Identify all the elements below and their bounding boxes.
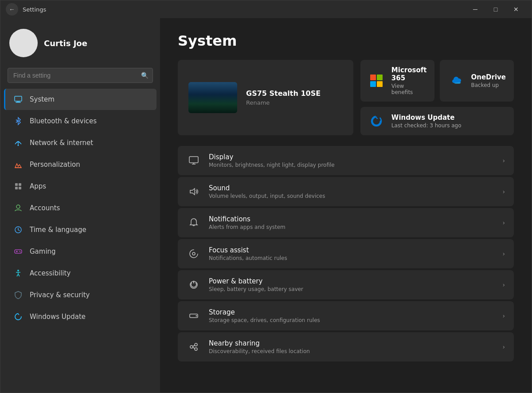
windows-update-text: Windows Update Last checked: 3 hours ago: [391, 114, 462, 129]
minimize-button[interactable]: ─: [465, 2, 485, 16]
search-box: 🔍: [8, 68, 153, 83]
back-button[interactable]: ←: [6, 3, 18, 16]
svg-rect-2: [16, 102, 21, 103]
sidebar-item-gaming[interactable]: Gaming: [4, 241, 156, 262]
sidebar-item-accounts[interactable]: Accounts: [4, 197, 156, 219]
sidebar-item-system-label: System: [30, 95, 55, 103]
svg-point-15: [20, 252, 21, 252]
display-subtitle: Monitors, brightness, night light, displ…: [209, 162, 494, 168]
sound-subtitle: Volume levels, output, input, sound devi…: [209, 193, 494, 199]
accounts-icon: [13, 203, 23, 213]
svg-rect-6: [19, 183, 21, 186]
info-cards-top-row: Microsoft 365 View benefits: [360, 60, 514, 102]
sidebar-nav: System Bluetooth & devices: [0, 88, 160, 328]
info-cards-column: Microsoft 365 View benefits: [360, 60, 514, 135]
sidebar-item-system[interactable]: System: [4, 89, 156, 110]
page-title: System: [178, 32, 514, 49]
svg-point-28: [190, 346, 193, 348]
apps-icon: [13, 181, 23, 192]
focus-chevron: ›: [502, 250, 505, 257]
storage-chevron: ›: [502, 312, 505, 319]
onedrive-icon: [448, 73, 464, 89]
device-name: GS75 Stealth 10SE: [246, 89, 321, 98]
user-profile[interactable]: Curtis Joe: [0, 18, 160, 66]
accessibility-icon: [13, 268, 23, 279]
svg-rect-19: [189, 157, 198, 163]
window-title: Settings: [23, 6, 46, 13]
svg-point-23: [192, 252, 195, 255]
settings-window: ← Settings ─ □ ✕ Curtis Joe 🔍: [0, 0, 532, 393]
onedrive-card[interactable]: OneDrive Backed up: [440, 60, 514, 102]
svg-point-14: [19, 251, 20, 252]
sound-chevron: ›: [502, 188, 505, 195]
settings-item-power[interactable]: Power & battery Sleep, battery usage, ba…: [178, 270, 514, 299]
top-cards-row: GS75 Stealth 10SE Rename: [178, 60, 514, 135]
device-rename-label[interactable]: Rename: [246, 99, 321, 106]
sidebar-item-apps[interactable]: Apps: [4, 176, 156, 197]
maximize-button[interactable]: □: [485, 2, 506, 16]
onedrive-title: OneDrive: [471, 73, 506, 81]
display-icon: [187, 153, 201, 168]
notifications-chevron: ›: [502, 219, 505, 226]
svg-rect-8: [19, 187, 21, 189]
sidebar-item-personalization[interactable]: Personalization: [4, 154, 156, 175]
sidebar-item-privacy-label: Privacy & security: [30, 291, 90, 299]
notifications-subtitle: Alerts from apps and system: [209, 224, 494, 230]
windows-update-card-title: Windows Update: [391, 114, 462, 122]
sidebar-item-bluetooth[interactable]: Bluetooth & devices: [4, 110, 156, 132]
sidebar-item-apps-label: Apps: [30, 182, 46, 190]
svg-marker-18: [376, 117, 378, 119]
settings-item-storage[interactable]: Storage Storage space, drives, configura…: [178, 301, 514, 330]
svg-point-3: [18, 145, 19, 146]
focus-title: Focus assist: [209, 246, 494, 254]
onedrive-subtitle: Backed up: [471, 82, 506, 88]
display-text: Display Monitors, brightness, night ligh…: [209, 153, 494, 168]
power-title: Power & battery: [209, 277, 494, 285]
svg-rect-11: [15, 250, 22, 253]
settings-item-notifications[interactable]: Notifications Alerts from apps and syste…: [178, 208, 514, 237]
titlebar-left: ← Settings: [6, 3, 46, 16]
svg-point-27: [196, 315, 197, 317]
svg-rect-5: [15, 183, 18, 186]
nearby-text: Nearby sharing Discoverability, received…: [209, 339, 494, 354]
power-text: Power & battery Sleep, battery usage, ba…: [209, 277, 494, 292]
sidebar-item-update[interactable]: Windows Update: [4, 306, 156, 327]
storage-subtitle: Storage space, drives, configuration rul…: [209, 317, 494, 323]
network-icon: [13, 138, 23, 148]
windows-update-card[interactable]: Windows Update Last checked: 3 hours ago: [360, 107, 514, 135]
sidebar-item-time[interactable]: Time & language: [4, 219, 156, 240]
display-title: Display: [209, 153, 494, 161]
close-button[interactable]: ✕: [506, 2, 526, 16]
svg-point-16: [17, 270, 19, 271]
storage-icon: [187, 309, 201, 323]
windows-update-card-subtitle: Last checked: 3 hours ago: [391, 122, 462, 129]
sidebar-item-network-label: Network & internet: [30, 139, 93, 147]
sidebar-item-network[interactable]: Network & internet: [4, 132, 156, 153]
time-icon: [13, 224, 23, 235]
main-content: System GS75 Stealth 10SE Rename: [160, 18, 532, 393]
settings-item-nearby[interactable]: Nearby sharing Discoverability, received…: [178, 332, 514, 362]
sidebar-item-accounts-label: Accounts: [30, 204, 60, 212]
ms365-card[interactable]: Microsoft 365 View benefits: [360, 60, 435, 102]
power-icon: [187, 278, 201, 292]
settings-item-display[interactable]: Display Monitors, brightness, night ligh…: [178, 146, 514, 175]
storage-title: Storage: [209, 308, 494, 316]
settings-item-focus[interactable]: Focus assist Notifications, automatic ru…: [178, 239, 514, 268]
search-icon: 🔍: [141, 72, 149, 79]
ms365-title: Microsoft 365: [391, 66, 427, 82]
sound-title: Sound: [209, 184, 494, 192]
settings-item-sound[interactable]: Sound Volume levels, output, input, soun…: [178, 177, 514, 206]
sidebar-item-privacy[interactable]: Privacy & security: [4, 284, 156, 306]
svg-rect-7: [15, 187, 18, 189]
windows-update-card-icon: [368, 113, 384, 129]
windows-update-icon: [13, 311, 23, 322]
sound-icon: [187, 185, 201, 199]
notifications-icon: [187, 216, 201, 230]
sidebar: Curtis Joe 🔍 System: [0, 18, 160, 393]
sidebar-item-accessibility[interactable]: Accessibility: [4, 263, 156, 284]
device-info: GS75 Stealth 10SE Rename: [246, 89, 321, 106]
content-area: Curtis Joe 🔍 System: [0, 18, 532, 393]
personalization-icon: [13, 159, 23, 170]
device-card[interactable]: GS75 Stealth 10SE Rename: [178, 60, 353, 135]
search-input[interactable]: [8, 68, 153, 83]
